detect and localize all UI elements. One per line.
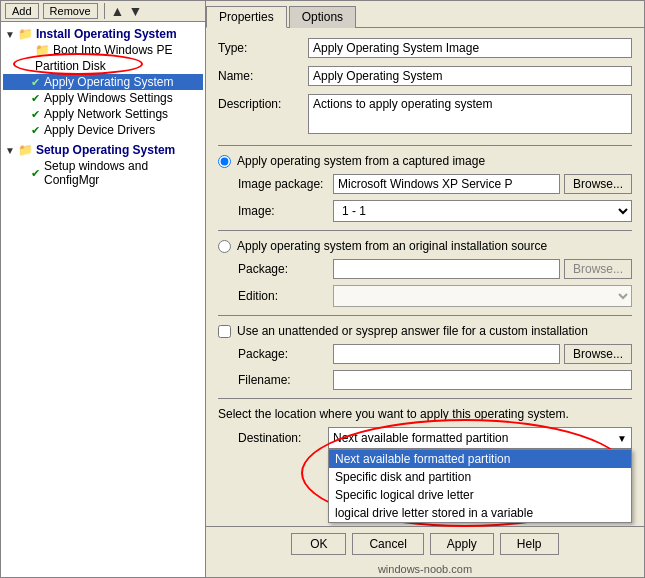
destination-dropdown-wrapper: Next available formatted partition ▼ Nex… xyxy=(328,427,632,449)
destination-selected-text: Next available formatted partition xyxy=(333,431,508,445)
package-value: Browse... xyxy=(333,259,632,279)
edition-label: Edition: xyxy=(238,289,333,303)
checkbox-label: Use an unattended or sysprep answer file… xyxy=(237,324,588,338)
filename-label: Filename: xyxy=(238,373,333,387)
name-value xyxy=(308,66,632,86)
divider2 xyxy=(218,230,632,231)
destination-dropdown-list: Next available formatted partition Speci… xyxy=(328,449,632,523)
divider4 xyxy=(218,398,632,399)
type-input[interactable] xyxy=(308,38,632,58)
unattended-checkbox[interactable] xyxy=(218,325,231,338)
image-row: Image: 1 - 1 xyxy=(218,200,632,222)
item-label: Apply Network Settings xyxy=(44,107,168,121)
tree-group-install[interactable]: ▼ 📁 Install Operating System xyxy=(3,26,203,42)
package2-value: Browse... xyxy=(333,344,632,364)
check-icon: ✔ xyxy=(31,167,40,180)
expand-icon: ▼ xyxy=(5,29,15,40)
expand-icon2: ▼ xyxy=(5,145,15,156)
select-location-text: Select the location where you want to ap… xyxy=(218,407,632,421)
radio2-label: Apply operating system from an original … xyxy=(237,239,547,253)
image-package-label: Image package: xyxy=(238,177,333,191)
folder-icon-small: 📁 xyxy=(35,43,50,57)
tabs: Properties Options xyxy=(206,1,644,28)
browse1-button[interactable]: Browse... xyxy=(564,174,632,194)
tab-options[interactable]: Options xyxy=(289,6,356,28)
image-label: Image: xyxy=(238,204,333,218)
apply-button[interactable]: Apply xyxy=(430,533,494,555)
divider3 xyxy=(218,315,632,316)
item-label: Boot Into Windows PE xyxy=(53,43,172,57)
toolbar: Add Remove ▲ ▼ xyxy=(1,1,205,22)
tree-item-device-drivers[interactable]: ✔ Apply Device Drivers xyxy=(3,122,203,138)
filename-input[interactable] xyxy=(333,370,632,390)
right-panel: Properties Options Type: Name: Descri xyxy=(206,1,644,577)
radio1-input[interactable] xyxy=(218,155,231,168)
description-value: Actions to apply operating system xyxy=(308,94,632,137)
type-row: Type: xyxy=(218,38,632,58)
radio1-label: Apply operating system from a captured i… xyxy=(237,154,485,168)
radio2-input[interactable] xyxy=(218,240,231,253)
bottom-bar: OK Cancel Apply Help xyxy=(206,526,644,561)
description-textarea[interactable]: Actions to apply operating system xyxy=(308,94,632,134)
tree-item-setup-windows[interactable]: ✔ Setup windows and ConfigMgr xyxy=(3,158,203,188)
tree-group-setup[interactable]: ▼ 📁 Setup Operating System xyxy=(3,142,203,158)
toolbar-separator xyxy=(104,3,105,19)
check-icon: ✔ xyxy=(31,92,40,105)
divider1 xyxy=(218,145,632,146)
cancel-button[interactable]: Cancel xyxy=(352,533,423,555)
name-input[interactable] xyxy=(308,66,632,86)
checkbox-row: Use an unattended or sysprep answer file… xyxy=(218,324,632,338)
move-down-icon[interactable]: ▼ xyxy=(128,3,142,19)
left-panel: Add Remove ▲ ▼ ▼ 📁 Install Operating Sys… xyxy=(1,1,206,577)
package-input[interactable] xyxy=(333,259,560,279)
dropdown-item-2[interactable]: Specific logical drive letter xyxy=(329,486,631,504)
image-select[interactable]: 1 - 1 xyxy=(333,200,632,222)
dropdown-item-3[interactable]: logical drive letter stored in a variabl… xyxy=(329,504,631,522)
package2-input[interactable] xyxy=(333,344,560,364)
ok-button[interactable]: OK xyxy=(291,533,346,555)
destination-display[interactable]: Next available formatted partition ▼ xyxy=(328,427,632,449)
add-button[interactable]: Add xyxy=(5,3,39,19)
package-row: Package: Browse... xyxy=(218,259,632,279)
group1-label: Install Operating System xyxy=(36,27,177,41)
browse2-button[interactable]: Browse... xyxy=(564,259,632,279)
description-row: Description: Actions to apply operating … xyxy=(218,94,632,137)
dropdown-item-0[interactable]: Next available formatted partition xyxy=(329,450,631,468)
image-package-input[interactable] xyxy=(333,174,560,194)
type-value xyxy=(308,38,632,58)
image-value: 1 - 1 xyxy=(333,200,632,222)
filename-row: Filename: xyxy=(218,370,632,390)
dropdown-item-1[interactable]: Specific disk and partition xyxy=(329,468,631,486)
edition-row: Edition: xyxy=(218,285,632,307)
package-label: Package: xyxy=(238,262,333,276)
browse3-button[interactable]: Browse... xyxy=(564,344,632,364)
item-label: Apply Operating System xyxy=(44,75,173,89)
item-label: Apply Device Drivers xyxy=(44,123,155,137)
tree-item-apply-os[interactable]: ✔ Apply Operating System xyxy=(3,74,203,90)
folder-icon: 📁 xyxy=(18,27,33,41)
check-icon: ✔ xyxy=(31,108,40,121)
tab-properties[interactable]: Properties xyxy=(206,6,287,28)
properties-area: Type: Name: Description: Actions to appl… xyxy=(206,28,644,526)
dropdown-arrow-icon: ▼ xyxy=(617,433,627,444)
tree-item-windows-settings[interactable]: ✔ Apply Windows Settings xyxy=(3,90,203,106)
check-icon: ✔ xyxy=(31,76,40,89)
package2-label: Package: xyxy=(238,347,333,361)
radio2-row: Apply operating system from an original … xyxy=(218,239,632,253)
edition-select[interactable] xyxy=(333,285,632,307)
edition-value xyxy=(333,285,632,307)
image-package-row: Image package: Browse... xyxy=(218,174,632,194)
remove-button[interactable]: Remove xyxy=(43,3,98,19)
check-icon: ✔ xyxy=(31,124,40,137)
group2-label: Setup Operating System xyxy=(36,143,175,157)
tree-item-partition[interactable]: Partition Disk xyxy=(3,58,203,74)
type-label: Type: xyxy=(218,38,308,55)
move-up-icon[interactable]: ▲ xyxy=(111,3,125,19)
tree-item-network-settings[interactable]: ✔ Apply Network Settings xyxy=(3,106,203,122)
item-label: Apply Windows Settings xyxy=(44,91,173,105)
package2-row: Package: Browse... xyxy=(218,344,632,364)
tree-item-boot[interactable]: 📁 Boot Into Windows PE xyxy=(3,42,203,58)
help-button[interactable]: Help xyxy=(500,533,559,555)
folder-icon2: 📁 xyxy=(18,143,33,157)
item-label: Setup windows and ConfigMgr xyxy=(44,159,199,187)
